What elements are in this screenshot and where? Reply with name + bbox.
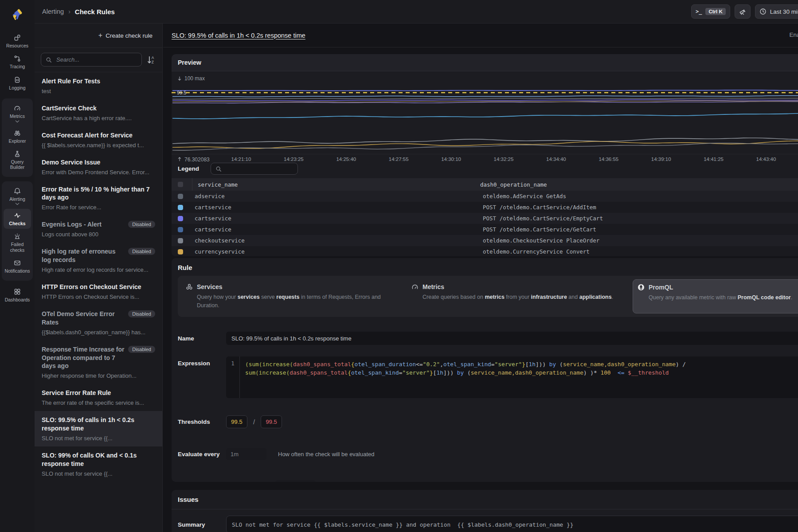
nav-label: Dashboards <box>5 297 30 302</box>
terminal-prompt-icon: >_ <box>696 8 702 15</box>
evaluate-row: Evaluate every How often the check will … <box>178 448 798 460</box>
evaluate-label: Evaluate every <box>178 451 226 458</box>
rule-title: SLO: 99% of calls OK and < 0.1s response… <box>42 451 155 468</box>
preview-panel-header: Preview <box>172 54 798 71</box>
rule-title: SLO: 99.5% of calls in 1h < 0.2s respons… <box>42 416 155 433</box>
sidebar-search-input[interactable] <box>55 56 137 63</box>
preview-chart[interactable]: 100 max 99.5 76.302083 14:21:1014:23:251… <box>172 71 798 160</box>
failed-checks-icon <box>14 233 21 240</box>
sort-az-button[interactable]: A Z <box>146 55 156 65</box>
disabled-badge: Disabled <box>128 248 155 255</box>
legend-operation-name: POST /oteldemo.CartService/GetCart <box>483 226 596 233</box>
check-rule-item[interactable]: Demo Service IssueError with Demo Fronte… <box>35 153 162 180</box>
rule-name-input[interactable] <box>226 332 798 345</box>
nav-label: Metrics <box>10 113 25 119</box>
create-rule-row: + Create check rule <box>35 23 162 48</box>
nav-label: Resources <box>6 43 28 48</box>
nav-query-builder[interactable]: Query Builder <box>4 147 31 173</box>
grace-duration-input[interactable] <box>275 480 316 482</box>
nav-resources[interactable]: Resources <box>4 31 31 51</box>
page-title-link[interactable]: SLO: 99.5% of calls in 1h < 0.2s respons… <box>172 32 305 39</box>
command-palette-button[interactable]: >_ Ctrl K <box>691 4 730 19</box>
nav-label: Logging <box>9 85 25 90</box>
series-color-swatch <box>178 227 183 232</box>
nav-explorer[interactable]: Explorer <box>4 126 31 146</box>
select-all-checkbox[interactable] <box>178 182 183 187</box>
create-check-rule-button[interactable]: + Create check rule <box>95 29 156 42</box>
series-color-swatch <box>178 205 183 210</box>
telescope-button[interactable] <box>735 4 751 19</box>
evaluate-every-input[interactable] <box>226 448 266 460</box>
check-rule-item[interactable]: Cost Forecast Alert for Service{{ $label… <box>35 126 162 153</box>
rule-title: Demo Service Issue <box>42 158 155 167</box>
name-label: Name <box>178 335 226 342</box>
check-rule-item[interactable]: Service Error Rate RuleThe error rate of… <box>35 384 162 411</box>
rule-title: CartService Check <box>42 104 155 113</box>
check-rule-item[interactable]: Error Rate is 5% / 10 % higher than 7 da… <box>35 180 162 216</box>
legend-row-item[interactable]: currencyserviceoteldemo.CurrencyService … <box>172 246 798 256</box>
query-type-promql[interactable]: PromQLQuery any available metric with ra… <box>633 279 798 313</box>
nav-label: Failed checks <box>4 242 31 253</box>
check-rule-item[interactable]: OTel Demo Service Error RatesDisabled{{$… <box>35 305 162 340</box>
query-type-services[interactable]: ServicesQuery how your services serve re… <box>181 279 401 313</box>
legend-operation-name: POST /oteldemo.CartService/AddItem <box>483 204 596 211</box>
resources-icon <box>14 34 21 41</box>
legend-row-item[interactable]: checkoutserviceoteldemo.CheckoutService … <box>172 235 798 246</box>
x-tick: 14:43:40 <box>750 156 782 162</box>
legend-row-item[interactable]: adserviceoteldemo.AdService GetAds <box>172 191 798 202</box>
nav-checks[interactable]: Checks <box>4 209 31 229</box>
x-tick: 14:25:40 <box>330 156 362 162</box>
rule-subtitle: test <box>42 88 155 94</box>
check-rule-item[interactable]: CartService CheckCartService has a high … <box>35 99 162 126</box>
nav-dashboards[interactable]: Dashboards <box>4 285 31 305</box>
nav-tracing[interactable]: Tracing <box>4 52 31 72</box>
rule-title: HTTP Errors on Checkout Service <box>42 283 155 291</box>
legend-row-item[interactable]: cartservicePOST /oteldemo.CartService/Em… <box>172 213 798 224</box>
rule-subtitle: SLO not met for service {{... <box>42 470 155 477</box>
sidebar-search-box[interactable] <box>41 53 142 66</box>
check-rule-item[interactable]: Alert Rule For Teststest <box>35 72 162 99</box>
summary-input[interactable] <box>226 516 798 532</box>
check-rule-item[interactable]: Response Time Increase for Operation com… <box>35 340 162 384</box>
x-tick: 14:41:25 <box>698 156 730 162</box>
card-title: Services <box>197 283 223 290</box>
query-builder-icon <box>14 150 21 157</box>
dash0-logo-icon[interactable] <box>9 6 25 22</box>
check-rule-item[interactable]: SLO: 99.5% of calls in 1h < 0.2s respons… <box>35 411 162 446</box>
legend-col-operation: dash0_operation_name <box>480 181 547 188</box>
check-rule-list: Alert Rule For TeststestCartService Chec… <box>35 72 162 532</box>
nav-failed-checks[interactable]: Failed checks <box>4 230 31 255</box>
time-range-button[interactable]: Last 30 minutes <box>755 4 798 19</box>
degraded-threshold-input[interactable]: 99.5 <box>226 415 247 428</box>
rule-title: Evgenis Logs - Alert <box>42 220 125 229</box>
query-type-options: ServicesQuery how your services serve re… <box>178 276 798 317</box>
check-rule-item[interactable]: Evgenis Logs - AlertDisabledLogs count a… <box>35 215 162 243</box>
check-rules-sidebar: + Create check rule A Z Alert Rule For T… <box>35 23 163 532</box>
nav-metrics[interactable]: Metrics <box>4 102 31 125</box>
breadcrumb-section[interactable]: Alerting <box>42 8 64 15</box>
x-tick: 14:30:10 <box>435 156 467 162</box>
promql-code-editor[interactable]: 1 (sum(increase(dash0_spans_total{otel_s… <box>226 356 798 398</box>
rule-subtitle: CartService has a high error rate.... <box>42 115 155 121</box>
failed-threshold-input[interactable]: 99.5 <box>261 415 282 428</box>
legend-row-item[interactable]: cartservicePOST /oteldemo.CartService/Ge… <box>172 224 798 235</box>
nav-alerting[interactable]: Alerting <box>4 184 31 208</box>
plus-icon: + <box>98 32 102 39</box>
chevron-down-icon <box>15 120 20 123</box>
svg-text:A: A <box>152 56 154 60</box>
legend-search-input[interactable] <box>225 165 293 172</box>
legend-row-item[interactable]: cartservicePOST /oteldemo.CartService/Ad… <box>172 202 798 213</box>
nav-logging[interactable]: Logging <box>4 73 31 93</box>
card-description: Create queries based on metrics from you… <box>422 293 622 301</box>
query-type-metrics[interactable]: MetricsCreate queries based on metrics f… <box>407 279 627 313</box>
chevron-down-icon <box>15 203 20 205</box>
check-rule-item[interactable]: High log rate of erroneus log recordsDis… <box>35 243 162 278</box>
rule-subtitle: SLO not met for service {{... <box>42 435 155 442</box>
evaluate-help: How often the check will be evaluated <box>278 451 375 458</box>
chart-lines <box>172 79 798 154</box>
check-rule-item[interactable]: HTTP Errors on Checkout ServiceHTTP Erro… <box>35 278 162 305</box>
breadcrumb: Alerting › Check Rules <box>42 8 115 16</box>
check-rule-item[interactable]: SLO: 99% of calls OK and < 0.1s response… <box>35 446 162 482</box>
rule-subtitle: The error rate of the specific service i… <box>42 399 155 406</box>
nav-notifications[interactable]: Notifications <box>4 256 31 276</box>
